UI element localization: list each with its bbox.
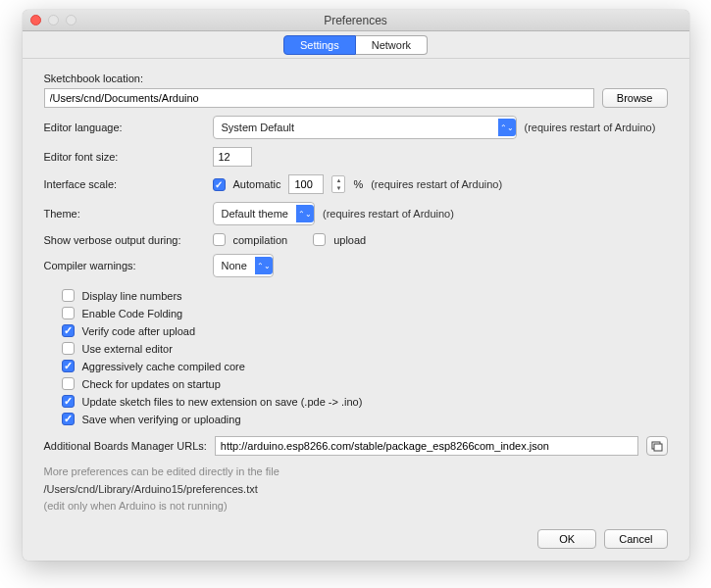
option-checkbox-3[interactable]	[62, 342, 75, 355]
option-checkbox-4[interactable]	[62, 360, 75, 372]
option-row: Aggressively cache compiled core	[44, 360, 668, 372]
option-checkbox-7[interactable]	[62, 413, 75, 425]
theme-value: Default theme	[222, 208, 288, 220]
automatic-checkbox[interactable]	[213, 178, 226, 191]
warnings-label: Compiler warnings:	[44, 260, 205, 271]
theme-label: Theme:	[44, 208, 205, 220]
option-label: Save when verifying or uploading	[82, 414, 241, 425]
verbose-label: Show verbose output during:	[44, 234, 205, 246]
preferences-window: Preferences Settings Network Sketchbook …	[23, 10, 689, 561]
option-row: Check for updates on startup	[44, 377, 668, 390]
content: Sketchbook location: Browse Editor langu…	[23, 59, 689, 561]
scale-input[interactable]	[288, 174, 324, 194]
warnings-select[interactable]: None ⌃⌄	[213, 254, 274, 277]
option-row: Verify code after upload	[44, 324, 668, 337]
warnings-value: None	[222, 260, 247, 271]
automatic-label: Automatic	[233, 178, 281, 190]
theme-restart-note: (requires restart of Arduino)	[323, 208, 454, 220]
addurls-label: Additional Boards Manager URLs:	[44, 440, 207, 452]
language-value: System Default	[222, 122, 490, 133]
footer-path: /Users/cnd/Library/Arduino15/preferences…	[44, 481, 668, 499]
option-row: Display line numbers	[44, 289, 668, 302]
option-checkbox-5[interactable]	[62, 377, 75, 390]
upload-label: upload	[333, 234, 366, 246]
option-label: Enable Code Folding	[82, 308, 183, 319]
svg-rect-1	[654, 444, 662, 451]
fontsize-input[interactable]	[213, 147, 252, 167]
chevron-updown-icon: ⌃⌄	[255, 257, 273, 274]
tab-settings[interactable]: Settings	[283, 35, 356, 55]
language-select[interactable]: System Default ⌃⌄	[213, 116, 517, 139]
chevron-updown-icon: ⌃⌄	[296, 205, 314, 222]
option-row: Save when verifying or uploading	[44, 413, 668, 425]
window-title: Preferences	[23, 14, 689, 27]
option-checkbox-2[interactable]	[62, 324, 75, 337]
compilation-label: compilation	[233, 234, 288, 246]
window-icon	[651, 440, 663, 452]
tab-bar: Settings Network	[23, 31, 689, 59]
option-label: Aggressively cache compiled core	[82, 361, 245, 372]
theme-select[interactable]: Default theme ⌃⌄	[213, 202, 315, 225]
option-row: Use external editor	[44, 342, 668, 355]
option-label: Display line numbers	[82, 290, 182, 302]
titlebar: Preferences	[23, 10, 689, 31]
footer-line1: More preferences can be edited directly …	[44, 464, 668, 481]
option-row: Enable Code Folding	[44, 307, 668, 319]
tab-network[interactable]: Network	[356, 35, 428, 55]
option-checkbox-6[interactable]	[62, 395, 75, 408]
compilation-checkbox[interactable]	[213, 233, 226, 246]
addurls-input[interactable]	[215, 436, 638, 456]
cancel-button[interactable]: Cancel	[604, 529, 667, 549]
option-label: Use external editor	[82, 343, 173, 355]
sketchbook-path-input[interactable]	[44, 88, 594, 108]
footer-line2: (edit only when Arduino is not running)	[44, 498, 668, 515]
option-checkbox-0[interactable]	[62, 289, 75, 302]
scale-restart-note: (requires restart of Arduino)	[371, 178, 502, 190]
option-label: Check for updates on startup	[82, 378, 221, 390]
upload-checkbox[interactable]	[313, 233, 326, 246]
browse-button[interactable]: Browse	[602, 88, 668, 108]
scale-stepper[interactable]: ▲▼	[331, 175, 345, 193]
percent-label: %	[353, 178, 363, 190]
option-checkbox-1[interactable]	[62, 307, 75, 319]
scale-label: Interface scale:	[44, 178, 205, 190]
option-label: Update sketch files to new extension on …	[82, 396, 363, 408]
ok-button[interactable]: OK	[537, 529, 596, 549]
chevron-updown-icon: ⌃⌄	[498, 119, 516, 136]
language-restart-note: (requires restart of Arduino)	[525, 122, 656, 133]
language-label: Editor language:	[44, 122, 205, 133]
option-label: Verify code after upload	[82, 325, 196, 337]
footer-note: More preferences can be edited directly …	[44, 464, 668, 515]
sketchbook-label: Sketchbook location:	[44, 73, 144, 84]
option-row: Update sketch files to new extension on …	[44, 395, 668, 408]
expand-urls-button[interactable]	[646, 436, 668, 456]
fontsize-label: Editor font size:	[44, 151, 205, 163]
